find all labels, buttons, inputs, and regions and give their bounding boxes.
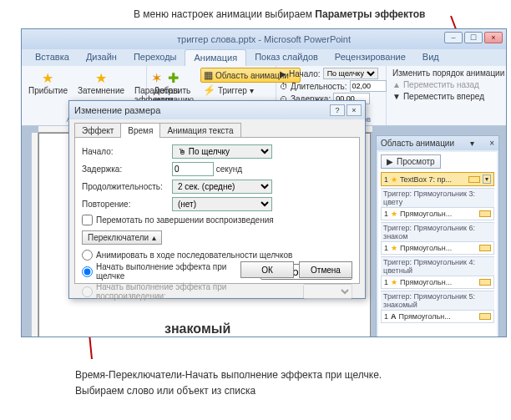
animation-pane: Область анимации ▾ × ▶ Просмотр 1★TextBo…	[376, 135, 499, 337]
close-button[interactable]: ×	[484, 32, 503, 43]
cancel-button[interactable]: Отмена	[299, 261, 352, 278]
tab-animation[interactable]: Анимация	[185, 49, 246, 66]
dialog-tab-timing[interactable]: Время	[120, 123, 160, 138]
tab-design[interactable]: Дизайн	[78, 49, 125, 66]
anim-item-selected[interactable]: 1★TextBox 7: пр...▾	[381, 172, 494, 186]
slide-text: знакомый	[164, 321, 230, 337]
anim-item[interactable]: 1★Прямоугольн...	[381, 276, 494, 289]
trigger-group-4: Триггер: Прямоугольник 5: знакомый	[381, 291, 494, 310]
radio-sequence-label: Анимировать в ходе последовательности ще…	[96, 250, 292, 260]
caption-top: В меню настроек анимации выбираем Параме…	[134, 8, 425, 20]
delay-input[interactable]	[172, 162, 214, 176]
radio-on-click[interactable]	[82, 266, 93, 277]
rewind-label: Перемотать по завершении воспроизведения	[96, 215, 274, 225]
duration-select[interactable]: 2 сек. (средне)	[172, 180, 272, 194]
trigger-group-3: Триггер: Прямоугольник 4: цветный	[381, 256, 494, 276]
dialog-tab-effect[interactable]: Эффект	[74, 123, 121, 138]
timing-duration-input[interactable]	[350, 80, 387, 92]
pane-close-button[interactable]: ×	[489, 139, 494, 148]
radio-on-play-label: Начать выполнение эффекта при воспроизве…	[96, 282, 296, 301]
radio-sequence[interactable]	[82, 250, 93, 261]
tab-transitions[interactable]: Переходы	[125, 49, 185, 66]
play-button[interactable]: ▶ Просмотр	[381, 154, 441, 169]
move-earlier-button[interactable]: ▲Переместить назад	[390, 79, 507, 90]
radio-on-click-label: Начать выполнение эффекта при щелчке	[96, 262, 254, 281]
ruler-vertical	[32, 133, 38, 337]
play-object-select	[303, 284, 352, 300]
tab-review[interactable]: Рецензирование	[326, 49, 414, 66]
tab-view[interactable]: Вид	[414, 49, 448, 66]
effect-options-dialog: Изменение размера ? × Эффект Время Анима…	[68, 100, 366, 299]
trigger-group-1: Триггер: Прямоугольник 3: цвету	[381, 188, 494, 207]
start-select[interactable]: 🖱 По щелчку	[172, 144, 272, 159]
dialog-title: Изменение размера	[74, 105, 160, 115]
effect-fade[interactable]: ★Затемнение	[74, 68, 128, 97]
anim-item-menu[interactable]: ▾	[483, 175, 491, 184]
animation-pane-title: Область анимации	[381, 139, 454, 148]
ok-button[interactable]: ОК	[240, 261, 294, 278]
timing-start-select[interactable]: По щелчку	[323, 68, 378, 79]
triggers-toggle-button[interactable]: Переключатели ▴	[82, 230, 162, 245]
anim-item[interactable]: 1★Прямоугольн...	[381, 241, 494, 255]
effect-arrive[interactable]: ★Прибытие	[25, 68, 71, 97]
chevron-up-icon: ▴	[152, 233, 156, 242]
move-later-button[interactable]: ▼Переместить вперед	[390, 91, 507, 102]
dialog-tab-text[interactable]: Анимация текста	[159, 123, 240, 138]
dialog-help-button[interactable]: ?	[330, 104, 345, 116]
anim-item[interactable]: 1★Прямоугольн...	[381, 207, 494, 220]
dialog-close-button[interactable]: ×	[347, 104, 362, 116]
repeat-label: Повторение:	[82, 200, 172, 209]
tab-insert[interactable]: Вставка	[27, 49, 78, 66]
ribbon-tabs: Вставка Дизайн Переходы Анимация Показ с…	[22, 49, 506, 66]
anim-item[interactable]: 1AПрямоугольн...	[381, 310, 494, 323]
radio-on-play	[82, 286, 93, 297]
duration-label: Продолжительность:	[82, 182, 172, 191]
window-title: триггер слова.pptx - Microsoft PowerPoin…	[177, 34, 351, 44]
caption-bottom: Время-Переключатели-Начать выполнение эф…	[75, 367, 382, 399]
rewind-checkbox[interactable]	[82, 215, 93, 225]
repeat-select[interactable]: (нет)	[172, 197, 272, 211]
pane-dropdown-icon[interactable]: ▾	[470, 139, 474, 148]
window-titlebar: триггер слова.pptx - Microsoft PowerPoin…	[22, 29, 506, 49]
start-label: Начало:	[82, 147, 172, 156]
tab-slideshow[interactable]: Показ слайдов	[246, 49, 326, 66]
minimize-button[interactable]: –	[444, 32, 463, 43]
reorder-label: Изменить порядок анимации	[390, 68, 507, 78]
delay-label: Задержка:	[82, 164, 172, 174]
trigger-group-2: Триггер: Прямоугольник 6: знаком	[381, 222, 494, 241]
maximize-button[interactable]: ☐	[464, 32, 483, 43]
